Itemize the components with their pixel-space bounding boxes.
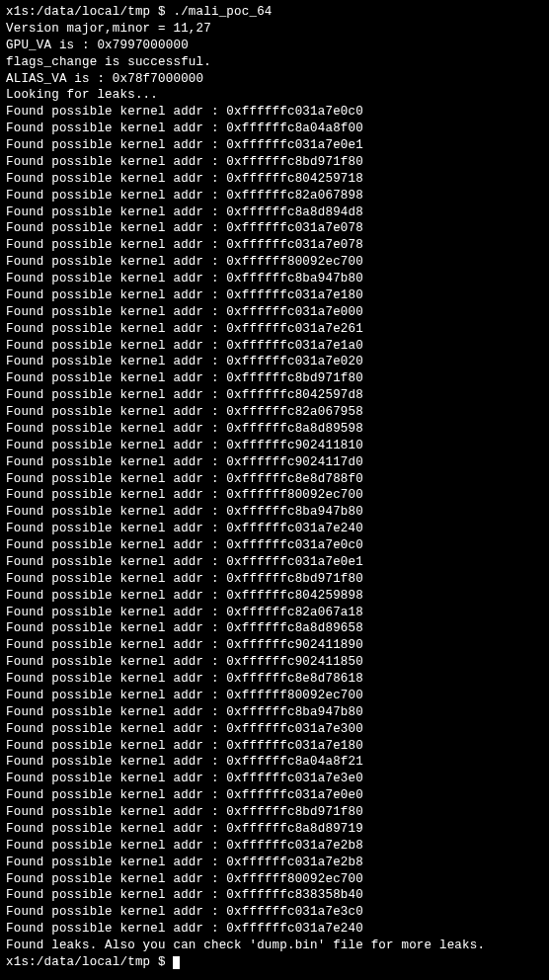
found-addr-line: Found possible kernel addr : 0xffffffc80… [6,387,543,404]
found-addr-line: Found possible kernel addr : 0xffffffc03… [6,220,543,237]
found-addr-line: Found possible kernel addr : 0xffffffc03… [6,137,543,154]
found-addr-line: Found possible kernel addr : 0xffffffc90… [6,454,543,471]
command-text: ./mali_poc_64 [173,5,272,19]
found-addr-line: Found possible kernel addr : 0xffffff800… [6,487,543,504]
found-addr-line: Found possible kernel addr : 0xffffffc8e… [6,671,543,688]
shell-prompt: x1s:/data/local/tmp $ [6,5,173,19]
found-addr-line: Found possible kernel addr : 0xffffffc8b… [6,571,543,588]
shell-prompt: x1s:/data/local/tmp $ [6,955,173,969]
found-addr-line: Found possible kernel addr : 0xffffffc8a… [6,204,543,221]
found-addr-line: Found possible kernel addr : 0xffffffc03… [6,521,543,537]
found-addr-line: Found possible kernel addr : 0xffffffc03… [6,321,543,338]
found-addr-line: Found possible kernel addr : 0xffffffc03… [6,304,543,321]
found-addr-line: Found possible kernel addr : 0xffffffc8e… [6,471,543,488]
found-addr-line: Found possible kernel addr : 0xffffffc03… [6,838,543,855]
found-addr-line: Found possible kernel addr : 0xffffffc8b… [6,271,543,287]
found-addr-line: Found possible kernel addr : 0xffffffc03… [6,855,543,871]
found-addr-line: Found possible kernel addr : 0xffffffc8a… [6,754,543,771]
found-addr-line: Found possible kernel addr : 0xffffff800… [6,871,543,888]
output-line: GPU_VA is : 0x7997000000 [6,38,543,54]
found-addr-line: Found possible kernel addr : 0xffffffc8b… [6,154,543,171]
found-addr-line: Found possible kernel addr : 0xffffffc90… [6,637,543,654]
terminal-output: x1s:/data/local/tmp $ ./mali_poc_64 Vers… [6,4,543,971]
found-addr-line: Found possible kernel addr : 0xffffffc03… [6,738,543,755]
found-addr-line: Found possible kernel addr : 0xffffffc90… [6,438,543,454]
found-addr-line: Found possible kernel addr : 0xffffffc82… [6,188,543,204]
found-addr-line: Found possible kernel addr : 0xffffffc8a… [6,421,543,438]
found-addr-line: Found possible kernel addr : 0xffffffc83… [6,887,543,904]
found-addr-line: Found possible kernel addr : 0xffffffc8a… [6,121,543,137]
found-addr-line: Found possible kernel addr : 0xffffff800… [6,688,543,704]
found-addr-line: Found possible kernel addr : 0xffffffc8a… [6,821,543,838]
found-addr-line: Found possible kernel addr : 0xffffffc80… [6,588,543,605]
output-line: Version major,minor = 11,27 [6,21,543,38]
found-addr-line: Found possible kernel addr : 0xffffffc80… [6,171,543,188]
cursor [173,956,180,969]
output-line: ALIAS_VA is : 0x78f7000000 [6,71,543,88]
found-addr-line: Found possible kernel addr : 0xffffffc90… [6,654,543,671]
found-addr-line: Found possible kernel addr : 0xffffffc03… [6,554,543,571]
prompt-line-2[interactable]: x1s:/data/local/tmp $ [6,954,543,971]
found-addr-line: Found possible kernel addr : 0xffffffc82… [6,605,543,621]
found-addr-line: Found possible kernel addr : 0xffffffc03… [6,338,543,355]
found-addr-line: Found possible kernel addr : 0xffffffc8b… [6,504,543,521]
found-addr-line: Found possible kernel addr : 0xffffffc03… [6,104,543,121]
found-addr-line: Found possible kernel addr : 0xffffffc03… [6,904,543,921]
prompt-line-1[interactable]: x1s:/data/local/tmp $ ./mali_poc_64 [6,4,543,21]
found-addr-line: Found possible kernel addr : 0xffffffc03… [6,287,543,304]
found-addr-line: Found possible kernel addr : 0xffffffc03… [6,721,543,738]
found-addr-line: Found possible kernel addr : 0xffffffc03… [6,537,543,554]
found-addr-line: Found possible kernel addr : 0xffffffc03… [6,921,543,938]
found-addr-line: Found possible kernel addr : 0xffffffc03… [6,787,543,804]
found-addr-line: Found possible kernel addr : 0xffffffc8b… [6,804,543,821]
found-addr-line: Found possible kernel addr : 0xffffffc8b… [6,370,543,387]
found-addr-line: Found possible kernel addr : 0xffffff800… [6,254,543,271]
found-addr-line: Found possible kernel addr : 0xffffffc03… [6,771,543,787]
found-addr-line: Found possible kernel addr : 0xffffffc82… [6,404,543,421]
found-addr-line: Found possible kernel addr : 0xffffffc8b… [6,704,543,721]
output-line: Looking for leaks... [6,87,543,104]
footer-line: Found leaks. Also you can check 'dump.bi… [6,938,543,954]
found-addr-line: Found possible kernel addr : 0xffffffc03… [6,354,543,370]
output-line: flags_change is successful. [6,54,543,71]
found-addr-line: Found possible kernel addr : 0xffffffc8a… [6,620,543,637]
found-addr-line: Found possible kernel addr : 0xffffffc03… [6,237,543,254]
